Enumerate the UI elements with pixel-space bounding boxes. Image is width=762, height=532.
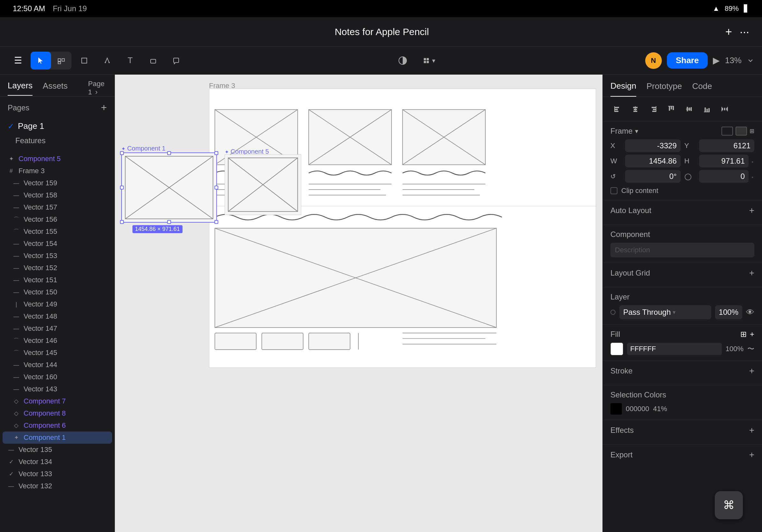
layer-component-5[interactable]: ✦ Component 5 [3, 153, 112, 165]
canvas[interactable]: Frame 3 [115, 75, 602, 532]
layer-vector-154[interactable]: — Vector 154 [3, 237, 112, 250]
add-page-button[interactable]: + [101, 102, 107, 113]
tab-prototype[interactable]: Prototype [647, 75, 682, 96]
frame-icon-stretch[interactable]: ⊞ [750, 128, 754, 135]
effects-add[interactable]: + [749, 425, 754, 435]
layer-vector-148[interactable]: — Vector 148 [3, 310, 112, 322]
corner-tm[interactable] [167, 151, 171, 155]
blend-mode-select[interactable]: Pass Through ▾ [619, 305, 711, 319]
layer-vector-152[interactable]: — Vector 152 [3, 262, 112, 274]
clip-content-checkbox[interactable] [610, 187, 617, 194]
layer-vector-144[interactable]: — Vector 144 [3, 359, 112, 371]
tab-layers[interactable]: Layers [8, 81, 33, 96]
page-item-features[interactable]: Features [8, 134, 107, 148]
comp5-frame[interactable] [225, 154, 301, 215]
pen-tool[interactable] [97, 52, 117, 70]
component-description[interactable]: Description [610, 243, 754, 257]
tab-assets[interactable]: Assets [43, 81, 68, 96]
comp1-selected[interactable] [121, 153, 217, 223]
layer-vector-155[interactable]: ⌒ Vector 155 [3, 226, 112, 237]
components-dropdown[interactable]: ▾ [418, 52, 439, 70]
fill-swatch[interactable] [610, 343, 623, 355]
layer-vector-150[interactable]: — Vector 150 [3, 286, 112, 298]
layer-vector-158[interactable]: — Vector 158 [3, 189, 112, 201]
stroke-add[interactable]: + [749, 366, 754, 376]
corner-br[interactable] [214, 220, 218, 224]
shape-tool[interactable] [143, 52, 163, 70]
export-add[interactable]: + [749, 450, 754, 460]
rotate-value[interactable]: 0° [625, 170, 681, 183]
layer-vector-147[interactable]: — Vector 147 [3, 322, 112, 335]
layer-component-8[interactable]: ◇ Component 8 [3, 407, 112, 420]
visibility-toggle[interactable]: 👁 [746, 307, 754, 317]
title-more-button[interactable]: ··· [740, 25, 749, 38]
layer-vector-146[interactable]: ⌒ Vector 146 [3, 335, 112, 347]
layer-vector-160[interactable]: — Vector 160 [3, 371, 112, 383]
distribute-h[interactable] [718, 102, 732, 116]
align-middle-v[interactable] [682, 102, 696, 116]
text-tool[interactable]: T [120, 52, 140, 70]
corner-mr[interactable] [214, 186, 218, 189]
corner-value[interactable]: 0 [699, 170, 749, 183]
align-top[interactable] [664, 102, 678, 116]
layer-component-6[interactable]: ◇ Component 6 [3, 420, 112, 432]
corner-tr[interactable] [214, 151, 218, 155]
play-button[interactable]: ▶ [713, 55, 720, 66]
layer-frame-3[interactable]: # Frame 3 [3, 165, 112, 177]
layout-grid-add[interactable]: + [749, 268, 754, 278]
corner-bm[interactable] [167, 220, 171, 224]
align-bottom[interactable] [700, 102, 714, 116]
fill-style-icon[interactable]: ⊞ [740, 330, 747, 339]
tab-design[interactable]: Design [610, 75, 636, 97]
corner-expand-icon[interactable]: ⬩ [750, 173, 754, 180]
corner-tl[interactable] [120, 151, 124, 155]
layer-component-1[interactable]: ✦ Component 1 [3, 432, 112, 444]
layer-vector-157[interactable]: — Vector 157 [3, 201, 112, 213]
fill-blend-icon[interactable]: 〜 [747, 344, 754, 354]
comment-tool[interactable] [166, 52, 187, 70]
select-tool[interactable] [31, 52, 51, 70]
frame-icon-alt[interactable] [735, 127, 747, 136]
zoom-dropdown-icon[interactable] [747, 57, 754, 64]
layer-vector-132[interactable]: — Vector 132 [3, 480, 112, 492]
layer-vector-143[interactable]: — Vector 143 [3, 383, 112, 395]
auto-layout-add[interactable]: + [749, 205, 754, 216]
layer-vector-134[interactable]: ✓ Vector 134 [3, 456, 112, 468]
fill-add-icon[interactable]: + [750, 330, 754, 339]
frame-icon-default[interactable] [722, 127, 733, 136]
contrast-button[interactable] [393, 52, 413, 70]
hamburger-button[interactable]: ☰ [8, 52, 28, 70]
layer-vector-153[interactable]: — Vector 153 [3, 250, 112, 262]
layer-vector-149[interactable]: | Vector 149 [3, 298, 112, 310]
fill-hex-value[interactable]: FFFFFF [627, 343, 722, 355]
corner-ml[interactable] [120, 186, 124, 189]
layer-component-7[interactable]: ◇ Component 7 [3, 395, 112, 407]
frame-tool[interactable] [74, 52, 95, 70]
layer-vector-151[interactable]: — Vector 151 [3, 274, 112, 286]
opacity-value[interactable]: 100% [715, 305, 742, 319]
x-value[interactable]: -3329 [625, 139, 681, 152]
keyboard-shortcut-badge[interactable]: ⌘ [715, 491, 743, 519]
layer-vector-159[interactable]: — Vector 159 [3, 177, 112, 189]
layer-vector-133[interactable]: ✓ Vector 133 [3, 468, 112, 480]
align-right[interactable] [646, 102, 660, 116]
y-value[interactable]: 6121 [699, 139, 755, 152]
w-value[interactable]: 1454.86 [625, 155, 681, 167]
layer-vector-145[interactable]: ⌒ Vector 145 [3, 347, 112, 359]
title-add-button[interactable]: + [725, 25, 732, 38]
align-center-h[interactable] [628, 102, 642, 116]
frame-select-tool[interactable] [51, 52, 71, 70]
page-item-1[interactable]: ✓ Page 1 [8, 119, 107, 134]
tab-code[interactable]: Code [692, 75, 712, 96]
h-value[interactable]: 971.61 [699, 155, 749, 167]
layer-vector-135[interactable]: — Vector 135 [3, 444, 112, 456]
h-constraint-icon[interactable]: ⬩ [750, 158, 754, 165]
fill-opacity-value[interactable]: 100% [725, 345, 743, 353]
sel-color-swatch[interactable] [610, 403, 622, 415]
corner-bl[interactable] [120, 220, 124, 224]
zoom-level[interactable]: 13% [725, 55, 741, 65]
share-button[interactable]: Share [667, 52, 708, 69]
frame-dropdown-icon[interactable]: ▾ [635, 127, 638, 135]
layer-vector-156[interactable]: ⌒ Vector 156 [3, 213, 112, 226]
align-left[interactable] [610, 102, 625, 116]
